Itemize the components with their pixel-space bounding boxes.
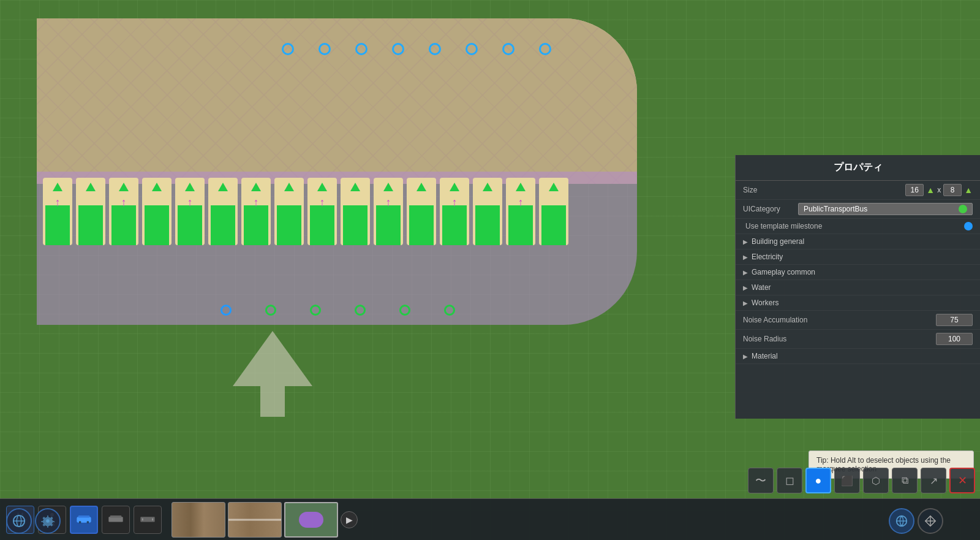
thumbnail-purple-bus[interactable]: [284, 502, 338, 538]
gameplay-common-row[interactable]: ▶ Gameplay common: [736, 265, 980, 280]
square-tool-button[interactable]: ◻: [777, 468, 802, 493]
hex-tool-button[interactable]: ⬡: [863, 468, 889, 493]
bus-slot: ↑: [43, 178, 72, 245]
close-tool-button[interactable]: ✕: [949, 468, 975, 493]
bottom-toolbar: ▶: [0, 498, 980, 540]
workers-row[interactable]: ▶ Workers: [736, 295, 980, 311]
material-row[interactable]: ▶ Material: [736, 349, 980, 364]
size-label: Size: [743, 186, 905, 194]
copy-tool-button[interactable]: ⧉: [892, 468, 918, 493]
ui-category-indicator: [959, 205, 967, 213]
bus-slot: ↑: [241, 178, 271, 245]
svg-rect-10: [78, 515, 90, 518]
bus-body: ↑: [506, 178, 535, 245]
bus-body: [274, 178, 304, 245]
noise-radius-value[interactable]: 100: [936, 333, 973, 345]
bus-slot: [76, 178, 105, 245]
size-width-up-arrow[interactable]: ▲: [926, 185, 935, 195]
svg-rect-9: [77, 517, 91, 522]
bus-body: [539, 178, 568, 245]
bus-slot: ↑: [506, 178, 535, 245]
building-general-row[interactable]: ▶ Building general: [736, 234, 980, 249]
bus-depot: ↑ ↑: [37, 18, 655, 343]
map-button[interactable]: [6, 508, 32, 534]
size-height-up-arrow[interactable]: ▲: [964, 185, 973, 195]
bus-slot: [142, 178, 172, 245]
roof-section: [37, 18, 637, 184]
electricity-label: Electricity: [752, 253, 783, 261]
globe-nav: [889, 508, 943, 534]
ui-category-row: UICategory PublicTransportBus: [736, 200, 980, 219]
bus-body: [473, 178, 502, 245]
skylight: [392, 43, 404, 55]
move-tool-button[interactable]: ↗: [921, 468, 946, 493]
bus-body: ↑: [307, 178, 337, 245]
parking-circles: [221, 305, 455, 316]
water-row[interactable]: ▶ Water: [736, 280, 980, 295]
metro-button[interactable]: [134, 506, 162, 534]
size-controls: 16 ▲ x 8 ▲: [905, 184, 973, 196]
bus-slot: [274, 178, 304, 245]
ui-category-value[interactable]: PublicTransportBus: [798, 203, 973, 215]
size-x-label: x: [937, 186, 941, 194]
bus-body: [407, 178, 436, 245]
skylight: [539, 43, 551, 55]
circle-tool-button[interactable]: ●: [805, 468, 831, 493]
wave-tool-button[interactable]: 〜: [748, 468, 774, 493]
bus-body: ↑: [175, 178, 205, 245]
thumbnail-road-1[interactable]: [172, 502, 225, 538]
skylight: [466, 43, 478, 55]
settings-button[interactable]: [35, 508, 61, 534]
ui-category-label: UICategory: [743, 205, 792, 213]
bus-body: [341, 178, 370, 245]
bus-slot: [407, 178, 436, 245]
size-height-value[interactable]: 8: [943, 184, 962, 196]
bus-green-section: [310, 205, 334, 245]
bus-slot: [473, 178, 502, 245]
milestone-indicator[interactable]: [964, 222, 973, 230]
active-tool-button[interactable]: [70, 506, 98, 534]
expand-arrow-workers: ▶: [743, 300, 748, 306]
building-general-label: Building general: [752, 237, 804, 246]
thumbnails-next-button[interactable]: ▶: [341, 511, 358, 528]
bus-direction-arrow: [152, 183, 162, 191]
size-width-value[interactable]: 16: [905, 184, 924, 196]
bus-direction-arrow: [86, 183, 96, 191]
workers-label: Workers: [752, 299, 778, 307]
bus-direction-arrow: [483, 183, 492, 191]
noise-accumulation-label: Noise Accumulation: [743, 316, 936, 324]
skylight: [502, 43, 514, 55]
bus-direction-arrow: [450, 183, 459, 191]
skylight: [355, 43, 368, 55]
zoom-button[interactable]: [918, 508, 943, 534]
bus-direction-arrow: [251, 183, 261, 191]
bus-green-section: [111, 205, 136, 245]
bus-green-section: [211, 205, 235, 245]
ui-category-text: PublicTransportBus: [804, 205, 867, 213]
bus-body: ↑: [440, 178, 469, 245]
svg-rect-11: [79, 521, 81, 523]
noise-radius-row: Noise Radius 100: [736, 330, 980, 349]
bus-body: ↑: [241, 178, 271, 245]
noise-accumulation-row: Noise Accumulation 75: [736, 311, 980, 330]
bus-green-section: [508, 205, 533, 245]
bus-green-section: [178, 205, 202, 245]
globe-button[interactable]: [889, 508, 914, 534]
bus-slot: [208, 178, 238, 245]
bus-direction-arrow: [516, 183, 526, 191]
noise-accumulation-value[interactable]: 75: [936, 314, 973, 326]
thumbnail-road-2[interactable]: [228, 502, 282, 538]
bus-slot: [341, 178, 370, 245]
bus-green-section: [45, 205, 70, 245]
bus-body: ↑: [374, 178, 403, 245]
expand-arrow-material: ▶: [743, 353, 748, 360]
bus-slot: ↑: [307, 178, 337, 245]
material-label: Material: [752, 352, 778, 360]
grid-tool-button[interactable]: ⬛: [834, 468, 860, 493]
bus-direction-arrow: [119, 183, 129, 191]
bus-row: ↑ ↑: [43, 178, 568, 245]
electricity-row[interactable]: ▶ Electricity: [736, 249, 980, 265]
bus-stop-button[interactable]: [102, 506, 130, 534]
bus-green-section: [277, 205, 301, 245]
milestone-label: Use template milestone: [743, 222, 964, 230]
